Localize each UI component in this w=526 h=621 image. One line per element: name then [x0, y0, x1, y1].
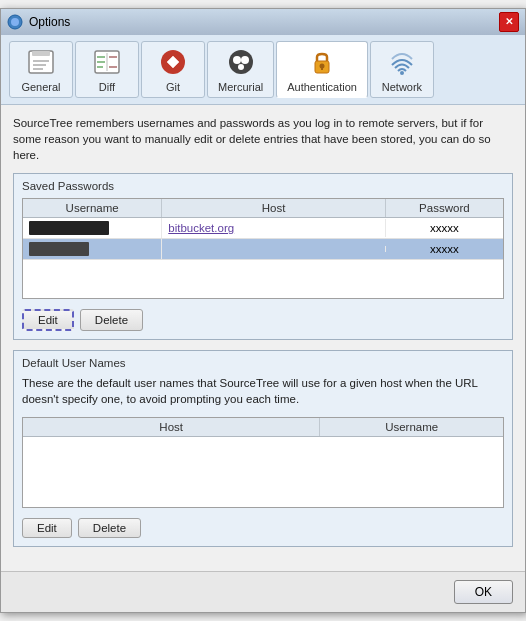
svg-rect-21 [321, 66, 323, 70]
tab-network-label: Network [382, 81, 422, 93]
default-usernames-body [23, 437, 503, 507]
saved-passwords-title: Saved Passwords [22, 180, 504, 192]
svg-point-17 [241, 56, 249, 64]
saved-passwords-delete-button[interactable]: Delete [80, 309, 143, 331]
table-row[interactable]: bitbucket.org xxxxx [23, 218, 503, 239]
default-usernames-desc: These are the default user names that So… [22, 375, 504, 407]
row2-password: xxxxx [386, 240, 503, 258]
default-usernames-header: Host Username [23, 418, 503, 437]
default-usernames-actions: Edit Delete [22, 516, 504, 540]
col-header-username: Username [23, 199, 162, 217]
ok-button[interactable]: OK [454, 580, 513, 604]
default-usernames-table: Host Username [22, 417, 504, 508]
saved-passwords-table: Username Host Password bitbucket.org xxx… [22, 198, 504, 299]
row1-host: bitbucket.org [162, 219, 385, 237]
col-header-password: Password [386, 199, 503, 217]
svg-rect-3 [32, 51, 50, 56]
default-usernames-delete-button[interactable]: Delete [78, 518, 141, 538]
authentication-icon [306, 46, 338, 78]
saved-passwords-header: Username Host Password [23, 199, 503, 218]
network-icon [386, 46, 418, 78]
default-usernames-section: Default User Names These are the default… [13, 350, 513, 547]
default-usernames-title: Default User Names [22, 357, 504, 369]
title-bar: Options ✕ [1, 9, 525, 35]
svg-rect-10 [109, 56, 117, 58]
col-header-host: Host [162, 199, 385, 217]
table-row[interactable]: xxxxx [23, 239, 503, 260]
close-button[interactable]: ✕ [499, 12, 519, 32]
tab-authentication-label: Authentication [287, 81, 357, 93]
saved-passwords-edit-button[interactable]: Edit [22, 309, 74, 331]
row1-username [23, 218, 162, 238]
tab-mercurial-label: Mercurial [218, 81, 263, 93]
tab-diff[interactable]: Diff [75, 41, 139, 98]
svg-point-15 [229, 50, 253, 74]
tab-network[interactable]: Network [370, 41, 434, 98]
git-icon [157, 46, 189, 78]
row2-host [162, 246, 385, 252]
mercurial-icon [225, 46, 257, 78]
tab-mercurial[interactable]: Mercurial [207, 41, 274, 98]
footer: OK [1, 571, 525, 612]
redacted-username-1 [29, 221, 109, 235]
row1-password: xxxxx [386, 219, 503, 237]
svg-point-1 [11, 18, 19, 26]
col-header-username-2: Username [320, 418, 503, 436]
toolbar: General Diff [1, 35, 525, 105]
tab-authentication[interactable]: Authentication [276, 41, 368, 98]
tab-general-label: General [21, 81, 60, 93]
saved-passwords-section: Saved Passwords Username Host Password b… [13, 173, 513, 340]
saved-passwords-actions: Edit Delete [22, 307, 504, 333]
col-header-host-2: Host [23, 418, 320, 436]
diff-icon [91, 46, 123, 78]
main-content: SourceTree remembers usernames and passw… [1, 105, 525, 567]
saved-passwords-body: bitbucket.org xxxxx xxxxx [23, 218, 503, 298]
svg-point-18 [238, 64, 244, 70]
row2-username [23, 239, 162, 259]
default-usernames-edit-button[interactable]: Edit [22, 518, 72, 538]
tab-diff-label: Diff [99, 81, 115, 93]
tab-general[interactable]: General [9, 41, 73, 98]
svg-rect-9 [97, 56, 105, 58]
window-icon [7, 14, 23, 30]
svg-rect-11 [97, 61, 105, 63]
options-window: Options ✕ General [0, 8, 526, 613]
row1-host-link[interactable]: bitbucket.org [168, 222, 234, 234]
window-title: Options [29, 15, 70, 29]
tab-git[interactable]: Git [141, 41, 205, 98]
redacted-username-2 [29, 242, 89, 256]
svg-point-22 [400, 71, 404, 75]
tab-git-label: Git [166, 81, 180, 93]
svg-rect-13 [109, 66, 117, 68]
general-icon [25, 46, 57, 78]
svg-rect-12 [97, 66, 103, 68]
main-description: SourceTree remembers usernames and passw… [13, 115, 513, 163]
svg-point-16 [233, 56, 241, 64]
